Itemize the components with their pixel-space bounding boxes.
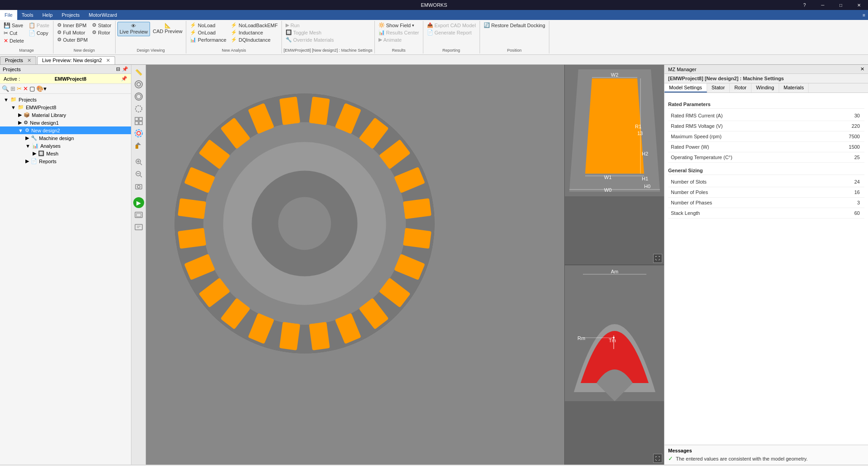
ring-tool-3[interactable] <box>133 103 144 114</box>
motorwizard-icon[interactable]: ≡ <box>863 13 865 18</box>
rotor-expand-button[interactable]: ⛶ <box>653 454 662 463</box>
svg-rect-39 <box>403 228 432 249</box>
grid-tool[interactable] <box>133 116 144 126</box>
tree-item-newdesign1[interactable]: ▶ ⚙ New design1 <box>0 119 131 126</box>
stator-preview: W2 R1 13 H2 W1 H1 H0 W0 ⛶ <box>565 65 664 265</box>
toggle-mesh-button[interactable]: 🔲 Toggle Mesh <box>284 29 336 36</box>
tree-item-material-library[interactable]: ▶ 📦 Material Library <box>0 111 131 119</box>
noloadbackemf-button[interactable]: ⚡ NoLoadBackEMF <box>229 22 279 29</box>
tab-materials[interactable]: Materials <box>779 83 809 92</box>
live-preview-tab[interactable]: Live Preview: New design2 ✕ <box>37 56 115 64</box>
mz-manager-close[interactable]: ✕ <box>860 66 864 72</box>
override-materials-button[interactable]: 🔧 Override Materials <box>284 36 336 43</box>
tab-rotor[interactable]: Rotor <box>730 83 752 92</box>
zoom-in-tool[interactable] <box>133 156 144 167</box>
full-motor-button[interactable]: ⚙ Full Motor <box>55 29 89 36</box>
inductance-button[interactable]: ⚡ Inductance <box>229 29 279 36</box>
tree-item-emwproject8[interactable]: ▼ 📁 EMWProject8 <box>0 103 131 111</box>
tab-model-settings[interactable]: Model Settings <box>664 83 707 92</box>
dqinductance-button[interactable]: ⚡ DQInductance <box>229 36 279 43</box>
tree-item-reports[interactable]: ▶ 📄 Reports <box>0 157 131 165</box>
screenshot-tool[interactable] <box>133 209 144 220</box>
cad-preview-button[interactable]: 📐 CAD Preview <box>151 22 184 35</box>
stator-button[interactable]: ⚙ Stator <box>90 22 113 29</box>
setting-rated-rms-current[interactable]: Rated RMS Current (A) 30 <box>668 111 864 121</box>
paste-button[interactable]: 📋 Paste <box>27 22 51 29</box>
onload-button[interactable]: ⚡ OnLoad <box>188 29 228 36</box>
outer-bpm-button[interactable]: ⚙ Outer BPM <box>55 36 89 43</box>
svg-point-3 <box>136 94 141 99</box>
ring-tool-1[interactable] <box>133 79 144 90</box>
setting-operating-temperature[interactable]: Operating Temperature (C°) 25 <box>668 152 864 163</box>
zoom-out-tool[interactable] <box>133 169 144 180</box>
cut-button[interactable]: ✂ Cut <box>2 29 26 37</box>
tree-item-analyses[interactable]: ▼ 📊 Analyses <box>0 142 131 150</box>
tree-item-machine-design[interactable]: ▶ 🔧 Machine design <box>0 134 131 142</box>
copy-button[interactable]: 📄 Copy <box>27 29 51 37</box>
setting-number-of-slots[interactable]: Number of Slots 24 <box>668 177 864 187</box>
play-tool[interactable]: ▶ <box>133 197 144 208</box>
live-preview-button[interactable]: 👁 Live Preview <box>117 22 150 36</box>
setting-stack-length[interactable]: Stack Length 60 <box>668 208 864 218</box>
run-button[interactable]: ▶ Run <box>284 22 336 29</box>
projects-tab[interactable]: Projects ✕ <box>0 56 36 64</box>
menu-motorwizard[interactable]: MotorWizard <box>84 10 121 20</box>
minimize-button[interactable]: ─ <box>814 0 832 10</box>
setting-number-of-phases[interactable]: Number of Phases 3 <box>668 198 864 208</box>
panel-pin-icon[interactable]: 📌 <box>122 66 128 72</box>
svg-point-21 <box>137 185 140 188</box>
ribbon: 💾 Save ✂ Cut ✕ Delete 📋 Paste <box>0 20 868 55</box>
export-tool[interactable] <box>133 222 144 233</box>
restore-docking-button[interactable]: 🔄 Restore Default Docking <box>482 22 547 29</box>
toolbar-icon-4[interactable]: ▢ <box>29 85 35 92</box>
camera-tool[interactable] <box>133 181 144 192</box>
projects-tab-close[interactable]: ✕ <box>27 58 31 63</box>
animate-button[interactable]: ▶ Animate <box>377 36 421 43</box>
reporting-label: Reporting <box>425 47 478 53</box>
svg-rect-8 <box>139 121 142 125</box>
menu-help[interactable]: Help <box>38 10 57 20</box>
tree-item-mesh[interactable]: ▶ 🔲 Mesh <box>0 150 131 157</box>
toolbar-icon-5[interactable]: 🎨▾ <box>36 85 47 92</box>
menu-projects[interactable]: Projects <box>57 10 84 20</box>
setting-number-of-poles[interactable]: Number of Poles 16 <box>668 187 864 198</box>
ruler-tool[interactable]: 📏 <box>133 67 144 78</box>
toolbar-icon-1[interactable]: ⊞ <box>10 85 15 92</box>
color-ring-tool[interactable] <box>133 128 144 139</box>
results-center-button[interactable]: 📊 Results Center <box>377 29 421 36</box>
noload-button[interactable]: ⚡ NoLoad <box>188 22 228 29</box>
maximize-button[interactable]: □ <box>832 0 850 10</box>
live-preview-tab-close[interactable]: ✕ <box>106 58 110 63</box>
menu-tools[interactable]: Tools <box>17 10 38 20</box>
help-button[interactable]: ? <box>795 0 814 10</box>
active-project-pin[interactable]: 📌 <box>121 76 127 82</box>
projects-panel-header: Projects ⊟ 📌 <box>0 65 131 74</box>
performance-button[interactable]: 📊 Performance <box>188 36 228 43</box>
panel-collapse-icon[interactable]: ⊟ <box>116 66 120 72</box>
show-field-button[interactable]: 🔆 Show Field ▾ <box>377 22 421 29</box>
delete-button[interactable]: ✕ Delete <box>2 37 26 44</box>
setting-maximum-speed[interactable]: Maximum Speed (rpm) 7500 <box>668 131 864 142</box>
menu-file[interactable]: File <box>0 10 17 20</box>
rotor-button[interactable]: ⚙ Rotor <box>90 29 113 36</box>
close-button[interactable]: ✕ <box>850 0 868 10</box>
export-cad-button[interactable]: 📤 Export CAD Model <box>425 22 478 29</box>
search-icon[interactable]: 🔍 <box>2 85 9 92</box>
toolbar-icon-3[interactable]: ✕ <box>23 85 28 92</box>
tree-item-projects[interactable]: ▼ 📁 Projects <box>0 96 131 103</box>
ring-tool-2[interactable] <box>133 91 144 102</box>
tree-item-newdesign2[interactable]: ▼ ⚙ New design2 <box>0 126 131 134</box>
save-button[interactable]: 💾 Save <box>2 22 26 29</box>
stator-expand-button[interactable]: ⛶ <box>653 254 662 263</box>
tab-winding[interactable]: Winding <box>752 83 779 92</box>
tab-stator[interactable]: Stator <box>707 83 730 92</box>
svg-point-10 <box>137 131 141 135</box>
generate-report-button[interactable]: 📄 Generate Report <box>425 29 478 36</box>
toolbar-icon-2[interactable]: ✂ <box>17 85 22 92</box>
position-label: Position <box>482 47 547 53</box>
shape-tool[interactable] <box>133 140 144 151</box>
inner-bpm-button[interactable]: ⚙ Inner BPM <box>55 22 89 29</box>
setting-rated-power[interactable]: Rated Power (W) 1500 <box>668 142 864 152</box>
svg-text:Am: Am <box>611 269 619 274</box>
setting-rated-rms-voltage[interactable]: Rated RMS Voltage (V) 220 <box>668 121 864 131</box>
